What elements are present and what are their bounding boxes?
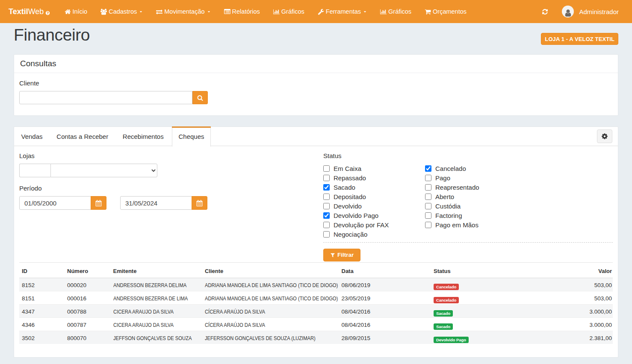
status-option-cancelado[interactable]: Cancelado — [425, 164, 479, 173]
cell-emitente: ANDRESSON BEZERRA DE LIMA — [111, 291, 203, 305]
status-option-devolvido[interactable]: Devolvido — [323, 201, 425, 211]
table-row[interactable]: 3502 800070 JEFFSON GONÇALVES DE SOUZA J… — [19, 331, 613, 344]
checkbox-devolvido-pago[interactable] — [323, 212, 330, 219]
nav-item-inicio-0[interactable]: Início — [58, 0, 94, 23]
status-option-repassado[interactable]: Repassado — [323, 173, 425, 182]
table-row[interactable]: 4347 000788 CICERA ARAUJO DA SILVA CÍCER… — [19, 305, 613, 318]
status-badge: Cancelado — [434, 284, 459, 291]
tab-contas-a-receber[interactable]: Contas a Receber — [50, 126, 115, 146]
caret-down-icon — [363, 10, 367, 14]
brand-bold: Textil — [9, 7, 28, 16]
brand-logo[interactable]: TextilWeb — [9, 7, 58, 16]
cell-emitente: CICERA ARAUJO DA SILVA — [111, 305, 203, 318]
cell-numero: 800070 — [65, 331, 111, 344]
search-icon — [197, 95, 203, 101]
status-option-em-caixa[interactable]: Em Caixa — [323, 164, 425, 173]
cell-id: 3502 — [19, 331, 65, 344]
checkbox-depositado[interactable] — [323, 194, 330, 200]
checkbox-reapresentado[interactable] — [425, 184, 431, 191]
col-header-valor[interactable]: Valor — [538, 263, 613, 278]
col-header-numero[interactable]: Número — [65, 263, 111, 278]
checkbox-em-caixa[interactable] — [323, 165, 330, 172]
status-option-custodia[interactable]: Custódia — [425, 201, 479, 211]
cell-status: Devolvido Pago — [431, 331, 538, 344]
checkbox-sacado[interactable] — [323, 184, 330, 191]
tab-recebimentos[interactable]: Recebimentos — [115, 126, 172, 146]
status-option-devolucao-por-fax[interactable]: Devolução por FAX — [323, 220, 425, 229]
help-link[interactable] — [45, 11, 50, 15]
date-from-input[interactable] — [19, 196, 91, 210]
settings-button[interactable] — [597, 129, 612, 143]
status-option-negociacao[interactable]: Negociação — [323, 229, 425, 239]
status-option-reapresentado[interactable]: Reapresentado — [425, 182, 479, 192]
status-option-depositado[interactable]: Depositado — [323, 192, 425, 201]
nav-item-cadastros-1[interactable]: Cadastros — [94, 0, 150, 23]
cliente-label: Cliente — [19, 79, 613, 87]
date-to-input[interactable] — [120, 196, 192, 210]
cell-id: 4346 — [19, 318, 65, 331]
search-button[interactable] — [192, 91, 208, 104]
nav-right: Administrador — [536, 0, 626, 23]
date-from-calendar-button[interactable] — [91, 196, 106, 210]
checkbox-aberto[interactable] — [425, 194, 431, 200]
cell-status: Cancelado — [431, 291, 538, 305]
nav-item-ferramentas-5[interactable]: Ferramentas — [311, 0, 373, 23]
cell-numero: 000787 — [65, 318, 111, 331]
col-header-id[interactable]: ID — [19, 263, 65, 278]
checkbox-factoring[interactable] — [425, 212, 431, 219]
nav-item-orcamentos-7[interactable]: Orçamentos — [418, 0, 473, 23]
checkbox-negociacao[interactable] — [323, 231, 330, 238]
checkbox-pago[interactable] — [425, 175, 431, 181]
refresh-button[interactable] — [536, 0, 554, 23]
caret-down-icon — [139, 10, 143, 14]
status-option-sacado[interactable]: Sacado — [323, 182, 425, 192]
table-row[interactable]: 8151 000016 ANDRESSON BEZERRA DE LIMA AD… — [19, 291, 613, 305]
cell-status: Sacado — [431, 318, 538, 331]
consultas-card: Consultas Cliente — [14, 54, 618, 116]
col-header-cliente[interactable]: Cliente — [202, 263, 339, 278]
status-option-pago-em-maos[interactable]: Pago em Mãos — [425, 220, 479, 229]
status-option-factoring[interactable]: Factoring — [425, 211, 479, 220]
col-header-emitente[interactable]: Emitente — [111, 263, 203, 278]
nav-item-graficos-4[interactable]: Gráficos — [266, 0, 311, 23]
tab-cheques[interactable]: Cheques — [172, 126, 211, 147]
lojas-code-input[interactable] — [19, 164, 50, 177]
tab-label: Recebimentos — [123, 133, 164, 140]
user-name[interactable]: Administrador — [579, 8, 619, 15]
filter-button[interactable]: Filtrar — [323, 249, 360, 261]
checkbox-pago-em-maos[interactable] — [425, 222, 431, 228]
nav-item-movimentacao-2[interactable]: Movimentação — [150, 0, 217, 23]
checkbox-devolucao-por-fax[interactable] — [323, 222, 330, 228]
status-option-aberto[interactable]: Aberto — [425, 192, 479, 201]
checkbox-cancelado[interactable] — [425, 165, 431, 172]
store-button[interactable]: LOJA 1 - A VELOZ TEXTIL — [541, 33, 618, 45]
divider-dashed — [323, 242, 613, 243]
status-option-pago[interactable]: Pago — [425, 173, 479, 182]
lojas-select[interactable] — [50, 164, 157, 177]
cell-valor: 503,00 — [538, 278, 613, 291]
checkbox-custodia[interactable] — [425, 203, 431, 209]
table-header-row: ID Número Emitente Cliente Data Status V… — [19, 263, 613, 278]
cell-valor: 503,00 — [538, 291, 613, 305]
checkbox-devolvido[interactable] — [323, 203, 330, 209]
cell-data: 08/04/2016 — [339, 318, 431, 331]
status-option-devolvido-pago[interactable]: Devolvido Pago — [323, 211, 425, 220]
table-row[interactable]: 8152 000020 ANDRESSON BEZERRA DELIMA ADR… — [19, 278, 613, 291]
table-row[interactable]: 4346 000787 CICERA ARAUJO DA SILVA CÍCER… — [19, 318, 613, 331]
date-to-calendar-button[interactable] — [192, 196, 207, 210]
cell-emitente: ANDRESSON BEZERRA DELIMA — [111, 278, 203, 291]
col-header-status[interactable]: Status — [431, 263, 538, 278]
nav-item-graficos-6[interactable]: Gráficos — [374, 0, 418, 23]
status-badge: Sacado — [434, 310, 453, 317]
col-header-data[interactable]: Data — [339, 263, 431, 278]
cell-cliente: CÍCERA ARAÚJO DA SILVA — [202, 318, 339, 331]
tab-vendas[interactable]: Vendas — [14, 126, 50, 146]
nav-item-relatorios-3[interactable]: Relatórios — [217, 0, 266, 23]
filter-icon — [330, 252, 335, 258]
cell-status: Sacado — [431, 305, 538, 318]
cliente-input[interactable] — [19, 91, 192, 104]
cell-id: 8152 — [19, 278, 65, 291]
tab-strip: Vendas Contas a Receber Recebimentos Che… — [14, 127, 618, 146]
checkbox-repassado[interactable] — [323, 175, 330, 181]
avatar[interactable] — [562, 6, 574, 18]
